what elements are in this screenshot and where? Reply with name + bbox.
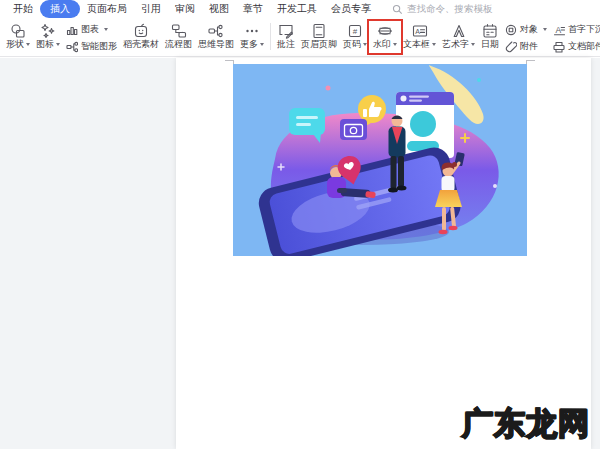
smart-graphic-icon xyxy=(66,41,78,53)
attachment-label: 附件 xyxy=(520,40,538,53)
shapes-button[interactable]: 形状 xyxy=(3,21,33,54)
textbox-button[interactable]: A 文本框 xyxy=(400,21,439,54)
dropdown-caret-icon xyxy=(104,28,108,31)
header-footer-button[interactable]: 页眉页脚 xyxy=(298,21,340,54)
tab-page-layout[interactable]: 页面布局 xyxy=(80,1,134,17)
chart-icon xyxy=(66,24,78,36)
mindmap-label: 思维导图 xyxy=(198,39,234,50)
more-icon xyxy=(244,22,260,39)
dropdown-caret-icon xyxy=(26,43,30,46)
svg-text:A: A xyxy=(415,27,420,34)
page-number-icon: # xyxy=(347,22,363,39)
comment-button[interactable]: 批注 xyxy=(274,21,298,54)
wordart-button[interactable]: 艺术字 xyxy=(439,21,478,54)
shapes-label: 形状 xyxy=(6,39,24,50)
header-footer-icon xyxy=(311,22,327,39)
flowchart-label: 流程图 xyxy=(165,39,192,50)
tab-member-exclusive[interactable]: 会员专享 xyxy=(324,1,378,17)
comment-label: 批注 xyxy=(277,39,295,50)
chart-smartgraphic-stack: 图表 智能图形 xyxy=(63,21,120,54)
menu-bar: 开始 插入 页面布局 引用 审阅 视图 章节 开发工具 会员专享 查找命令、搜索… xyxy=(0,0,600,18)
date-label: 日期 xyxy=(481,39,499,50)
watermark-label: 水印 xyxy=(373,39,391,50)
date-button[interactable]: 日期 xyxy=(478,21,502,54)
insert-ribbon: 形状 图标 图表 智能图形 稻壳素材 流程图 xyxy=(0,18,600,57)
stars-icon xyxy=(40,22,56,39)
doc-parts-label: 文档部件 xyxy=(568,40,600,53)
docer-material-label: 稻壳素材 xyxy=(123,39,159,50)
docer-material-icon xyxy=(133,22,149,39)
tab-references[interactable]: 引用 xyxy=(134,1,168,17)
ribbon-separator xyxy=(270,23,271,50)
command-search-input[interactable]: 查找命令、搜索模板 xyxy=(392,3,493,16)
object-attachment-stack: 对象 附件 xyxy=(502,21,550,54)
dropdown-caret-icon xyxy=(260,43,264,46)
tab-section[interactable]: 章节 xyxy=(236,1,270,17)
more-button[interactable]: 更多 xyxy=(237,21,267,54)
drop-cap-label: 首字下沉 xyxy=(568,23,600,36)
object-button[interactable]: 对象 xyxy=(505,23,547,36)
flowchart-icon xyxy=(171,22,187,39)
docer-material-button[interactable]: 稻壳素材 xyxy=(120,21,162,54)
drop-cap-button[interactable]: A 首字下沉 xyxy=(553,23,600,36)
mindmap-button[interactable]: 思维导图 xyxy=(195,21,237,54)
flowchart-button[interactable]: 流程图 xyxy=(162,21,195,54)
svg-text:#: # xyxy=(353,27,358,36)
camera-badge-icon xyxy=(340,119,367,140)
chart-label: 图表 xyxy=(81,23,99,36)
tab-view[interactable]: 视图 xyxy=(202,1,236,17)
search-placeholder: 查找命令、搜索模板 xyxy=(407,3,493,16)
watermark-icon xyxy=(377,22,393,39)
wordart-icon xyxy=(451,22,467,39)
textbox-icon: A xyxy=(412,22,428,39)
icons-button[interactable]: 图标 xyxy=(33,21,63,54)
dropdown-caret-icon xyxy=(56,43,60,46)
header-footer-label: 页眉页脚 xyxy=(301,39,337,50)
wordart-label: 艺术字 xyxy=(442,39,469,50)
doc-parts-icon xyxy=(553,41,565,53)
search-icon xyxy=(392,4,403,15)
mindmap-icon xyxy=(208,22,224,39)
attachment-icon xyxy=(505,41,517,53)
comment-icon xyxy=(278,22,294,39)
object-label: 对象 xyxy=(520,23,538,36)
document-page[interactable]: 广东龙网 xyxy=(176,58,591,449)
page-number-label: 页码 xyxy=(343,39,361,50)
margin-corner-mark-right xyxy=(526,60,535,66)
tab-developer-tools[interactable]: 开发工具 xyxy=(270,1,324,17)
dropdown-caret-icon xyxy=(543,28,547,31)
smart-graphic-button[interactable]: 智能图形 xyxy=(66,40,117,53)
icons-label: 图标 xyxy=(36,39,54,50)
watermark-button[interactable]: 水印 xyxy=(370,21,400,54)
shapes-icon xyxy=(10,22,26,39)
textbox-label: 文本框 xyxy=(403,39,430,50)
dropdown-caret-icon xyxy=(471,43,475,46)
tab-home[interactable]: 开始 xyxy=(6,1,40,17)
dropdown-caret-icon xyxy=(363,43,367,46)
attachment-button[interactable]: 附件 xyxy=(505,40,547,53)
wps-writer-window: 开始 插入 页面布局 引用 审阅 视图 章节 开发工具 会员专享 查找命令、搜索… xyxy=(0,0,600,449)
tab-insert[interactable]: 插入 xyxy=(40,0,80,18)
dropdown-caret-icon xyxy=(432,43,436,46)
smart-graphic-label: 智能图形 xyxy=(81,40,117,53)
doc-parts-button[interactable]: 文档部件 xyxy=(553,40,600,53)
isometric-phone-social-media-illustration xyxy=(233,64,527,256)
page-number-button[interactable]: # 页码 xyxy=(340,21,370,54)
chart-button[interactable]: 图表 xyxy=(66,23,117,36)
dropdown-caret-icon xyxy=(393,43,397,46)
site-watermark-text: 广东龙网 xyxy=(462,403,590,445)
date-icon xyxy=(482,22,498,39)
svg-text:A: A xyxy=(556,24,562,34)
drop-cap-icon: A xyxy=(553,24,565,36)
inserted-illustration-image[interactable] xyxy=(233,64,527,256)
object-icon xyxy=(505,24,517,36)
tab-review[interactable]: 审阅 xyxy=(168,1,202,17)
document-canvas: 广东龙网 xyxy=(0,58,600,449)
dropcap-docparts-stack: A 首字下沉 文档部件 xyxy=(550,21,600,54)
more-label: 更多 xyxy=(240,39,258,50)
